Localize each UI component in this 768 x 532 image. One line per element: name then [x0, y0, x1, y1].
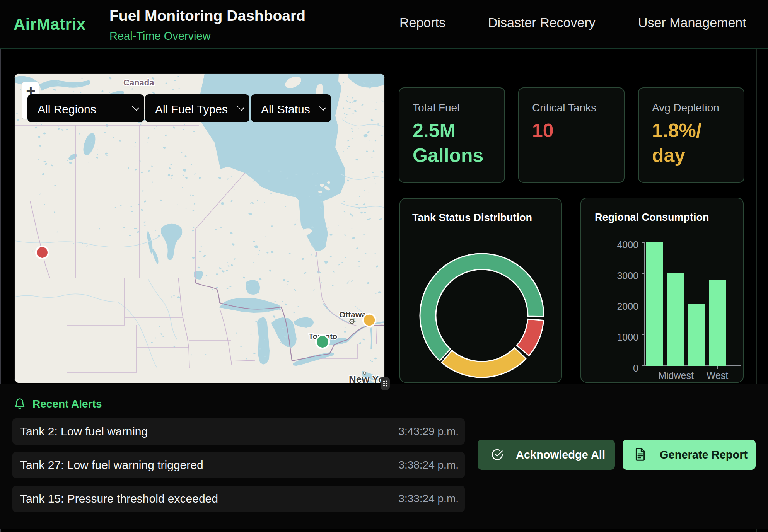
svg-text:West: West: [707, 370, 729, 381]
svg-text:4000: 4000: [617, 239, 638, 250]
svg-text:1000: 1000: [617, 332, 638, 343]
svg-text:Canada: Canada: [123, 78, 154, 87]
svg-text:New York: New York: [349, 373, 384, 383]
svg-text:0: 0: [633, 363, 638, 373]
svg-text:Midwest: Midwest: [658, 370, 694, 381]
svg-text:3000: 3000: [617, 270, 638, 281]
svg-text:Ottawa: Ottawa: [339, 310, 366, 319]
svg-text:2000: 2000: [617, 301, 638, 312]
